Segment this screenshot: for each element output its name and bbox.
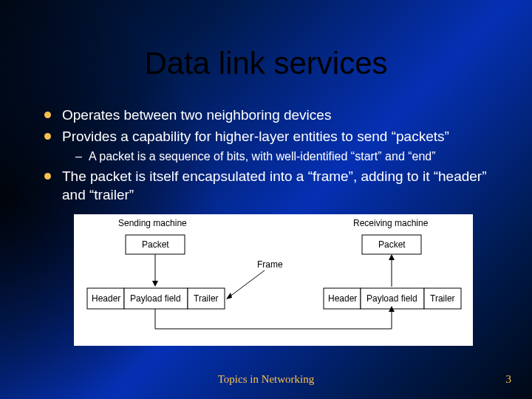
header-right: Header <box>328 293 357 304</box>
sub-bullet-item: A packet is a sequence of bits, with wel… <box>75 149 502 165</box>
bullet-text: Provides a capability for higher-layer e… <box>62 129 449 144</box>
bullet-item: Operates between two neighboring devices <box>44 106 502 125</box>
svg-marker-11 <box>226 293 232 299</box>
bullet-item: Provides a capability for higher-layer e… <box>44 128 502 165</box>
bullet-item: The packet is itself encapsulated into a… <box>44 168 502 204</box>
frame-label: Frame <box>257 259 283 270</box>
svg-marker-1 <box>152 281 158 287</box>
trailer-left: Trailer <box>194 293 219 304</box>
footer-text: Topics in Networking <box>0 373 532 386</box>
slide-title: Data link services <box>0 46 532 81</box>
page-number: 3 <box>506 373 512 386</box>
slide-content: Operates between two neighboring devices… <box>44 103 502 207</box>
payload-left: Payload field <box>130 293 181 304</box>
slide: Data link services Operates between two … <box>0 0 532 399</box>
svg-marker-3 <box>389 254 395 260</box>
frame-diagram: Sending machine Receiving machine Packet… <box>74 214 473 346</box>
packet-text-left: Packet <box>142 239 169 250</box>
header-left: Header <box>92 293 120 304</box>
svg-line-10 <box>229 270 265 297</box>
payload-right: Payload field <box>366 293 417 304</box>
sending-label: Sending machine <box>118 218 187 228</box>
packet-text-right: Packet <box>378 239 406 250</box>
trailer-right: Trailer <box>430 293 455 304</box>
receiving-label: Receiving machine <box>353 218 429 228</box>
